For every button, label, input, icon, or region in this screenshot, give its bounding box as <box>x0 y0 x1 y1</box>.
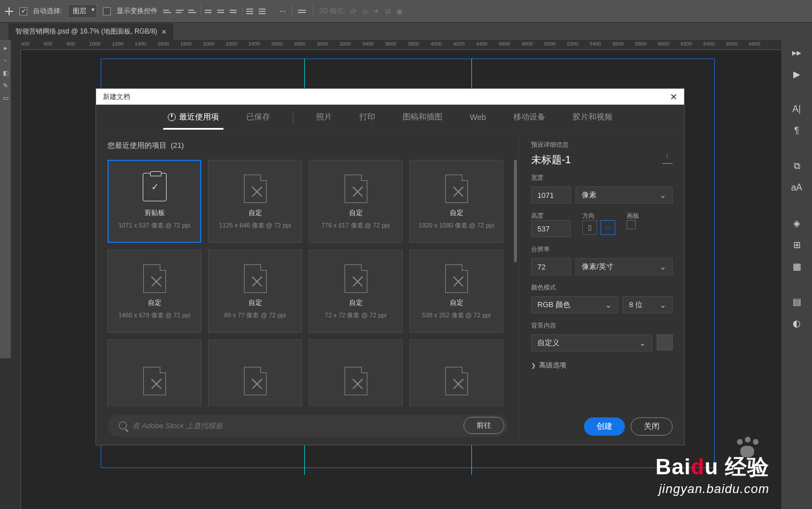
more-options-icon[interactable]: ⋯ <box>279 7 286 15</box>
clipboard-icon <box>142 173 167 205</box>
preset-details-label: 预设详细信息 <box>531 140 673 149</box>
tool-button[interactable]: ◧ <box>1 67 10 78</box>
document-icon <box>142 365 167 397</box>
align-left-icon[interactable] <box>205 7 214 16</box>
align-bottom-icon[interactable] <box>188 7 197 16</box>
grid-icon[interactable]: ▦ <box>790 259 803 273</box>
artboard-label: 画板 <box>627 212 639 220</box>
tool-button[interactable]: ▫ <box>1 55 10 66</box>
orientation-landscape-button[interactable]: ▭ <box>600 220 615 235</box>
color-mode-select[interactable]: RGB 颜色 <box>531 296 618 313</box>
save-preset-icon[interactable] <box>662 156 673 164</box>
preset-dimensions: 1125 x 646 像素 @ 72 ppi <box>219 221 291 230</box>
preset-name: 自定 <box>148 298 161 308</box>
distribute-h-icon[interactable] <box>246 7 255 16</box>
divider <box>242 5 243 18</box>
tool-button[interactable]: ▸ <box>1 42 10 53</box>
show-transform-label: 显示变换控件 <box>117 6 158 16</box>
background-color-swatch[interactable] <box>657 334 673 350</box>
stock-search-input[interactable] <box>132 421 458 430</box>
layer-dropdown[interactable]: 图层 <box>68 4 97 18</box>
preset-card[interactable]: 自定1460 x 678 像素 @ 72 ppi <box>107 250 201 333</box>
tab-web[interactable]: Web <box>465 106 491 129</box>
close-dialog-icon[interactable]: ✕ <box>670 92 677 102</box>
preset-card[interactable] <box>409 340 503 407</box>
preset-name: 自定 <box>349 208 363 218</box>
preset-dimensions: 538 x 252 像素 @ 72 ppi <box>422 311 491 320</box>
artboard-checkbox[interactable] <box>627 220 636 229</box>
horizontal-ruler[interactable]: 4006008001000120014001600180020002200240… <box>21 40 781 50</box>
preset-card[interactable]: 自定1920 x 1080 像素 @ 72 ppi <box>409 160 503 243</box>
tab-mobile[interactable]: 移动设备 <box>509 105 550 129</box>
advanced-options-toggle[interactable]: ❯ 高级选项 <box>531 361 673 370</box>
glyphs-icon[interactable]: ⧉ <box>790 159 803 173</box>
tab-label: 打印 <box>359 112 375 122</box>
tab-art[interactable]: 图稿和插图 <box>398 105 447 129</box>
move-tool-icon[interactable] <box>5 7 14 16</box>
tab-label: 照片 <box>316 112 332 122</box>
tab-saved[interactable]: 已保存 <box>242 105 275 129</box>
layers-icon[interactable]: ▤ <box>790 295 803 308</box>
resolution-input[interactable] <box>531 258 571 275</box>
close-tab-icon[interactable]: × <box>162 27 167 36</box>
align-right-icon[interactable] <box>230 7 239 16</box>
character-icon[interactable]: A| <box>790 102 803 116</box>
scrollbar[interactable] <box>514 160 517 411</box>
align-top-icon[interactable] <box>163 7 172 16</box>
preset-name: 剪贴板 <box>144 208 165 218</box>
play-icon[interactable]: ▶ <box>790 67 803 81</box>
preset-card[interactable]: 自定538 x 252 像素 @ 72 ppi <box>409 250 503 333</box>
bit-depth-select[interactable]: 8 位 <box>623 296 673 313</box>
stock-go-button[interactable]: 前往 <box>463 417 504 434</box>
preset-card[interactable]: 自定776 x 617 像素 @ 72 ppi <box>309 160 403 243</box>
background-select[interactable]: 自定义 <box>531 334 652 351</box>
preset-card[interactable]: 自定89 x 77 像素 @ 72 ppi <box>208 250 302 333</box>
align-to-icon[interactable] <box>298 7 307 16</box>
resolution-unit-select[interactable]: 像素/英寸 <box>575 258 673 275</box>
vertical-ruler[interactable] <box>11 50 21 509</box>
document-tab[interactable]: 智领营销网络.psd @ 16.7% (地图面板, RGB/8) × <box>9 23 173 40</box>
align-vcenter-icon[interactable] <box>176 7 185 16</box>
tab-recent[interactable]: 最近使用项 <box>163 105 223 129</box>
tab-print[interactable]: 打印 <box>355 105 380 129</box>
document-icon <box>444 263 469 295</box>
preset-name: 自定 <box>349 298 363 308</box>
preset-card[interactable]: 自定72 x 72 像素 @ 72 ppi <box>309 250 403 333</box>
type-style-icon[interactable]: aA <box>790 181 803 195</box>
orientation-portrait-button[interactable]: ▯ <box>582 220 597 235</box>
chevron-right-icon: ❯ <box>531 362 536 369</box>
paw-icon <box>732 436 761 464</box>
preset-card[interactable] <box>309 340 403 407</box>
preset-name: 自定 <box>450 298 463 308</box>
preset-card[interactable]: 剪贴板1071 x 537 像素 @ 72 ppi <box>107 160 201 243</box>
tool-button[interactable]: ✎ <box>1 80 10 91</box>
preset-card[interactable] <box>107 340 201 407</box>
adjustments-icon[interactable]: ◐ <box>790 316 803 330</box>
paragraph-icon[interactable]: ¶ <box>790 124 803 138</box>
show-transform-checkbox[interactable] <box>103 7 111 15</box>
create-button[interactable]: 创建 <box>584 417 625 436</box>
dialog-titlebar[interactable]: 新建文档 ✕ <box>96 89 684 105</box>
height-input[interactable] <box>531 220 571 237</box>
tool-button[interactable]: ▭ <box>1 92 10 104</box>
preset-card[interactable]: 自定1125 x 646 像素 @ 72 ppi <box>208 160 302 243</box>
panel-expand-icon[interactable]: ▸▸ <box>790 45 803 59</box>
unit-select[interactable]: 像素 <box>575 187 673 204</box>
document-icon <box>243 173 268 205</box>
distribute-v-icon[interactable] <box>259 7 268 16</box>
tab-photo[interactable]: 照片 <box>312 105 337 129</box>
tab-label: 最近使用项 <box>179 112 219 122</box>
close-button[interactable]: 关闭 <box>631 417 673 436</box>
scrollbar-thumb[interactable] <box>514 160 517 262</box>
align-hcenter-icon[interactable] <box>217 7 226 16</box>
tab-film[interactable]: 胶片和视频 <box>568 105 617 129</box>
cube-icon[interactable]: ◈ <box>790 216 803 230</box>
width-input[interactable] <box>531 187 571 204</box>
document-name-input[interactable] <box>531 154 645 165</box>
auto-select-checkbox[interactable] <box>19 7 27 15</box>
preset-card[interactable] <box>208 340 302 407</box>
document-icon <box>243 263 268 295</box>
preset-name: 自定 <box>248 208 262 218</box>
swatches-icon[interactable]: ⊞ <box>790 238 803 251</box>
document-icon <box>444 173 469 205</box>
